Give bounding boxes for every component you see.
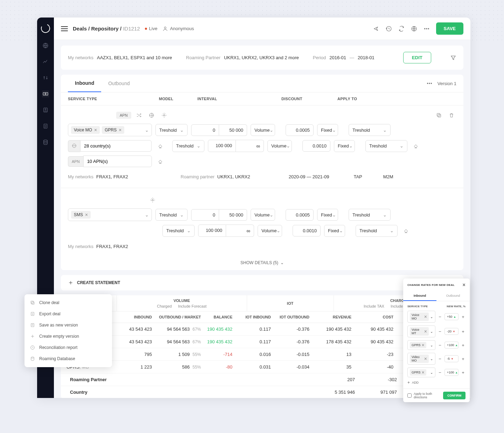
sidebar-globe-icon[interactable] [42, 42, 49, 49]
sidebar-chart-icon[interactable] [42, 58, 49, 65]
discount-input[interactable]: 0.0005 [286, 209, 314, 221]
erase-icon[interactable] [155, 141, 165, 151]
version-label[interactable]: Version 1 [438, 81, 456, 86]
interval-to[interactable]: 50 000 [219, 209, 247, 221]
chip-sms[interactable]: SMS× [71, 211, 91, 219]
context-item[interactable]: Create empty version [24, 331, 112, 342]
rates-tab-outbound[interactable]: Outbound [436, 291, 470, 301]
fixed-select[interactable]: Fixed⌄ [317, 209, 338, 221]
create-statement-button[interactable]: CREATE STATEMENT [68, 280, 120, 286]
context-item[interactable]: Reconciliation report [24, 342, 112, 353]
rates-add-button[interactable]: +ADD [407, 380, 465, 385]
interval-from[interactable]: 0 [191, 124, 219, 136]
globe-icon[interactable] [411, 26, 417, 32]
tab-outbound[interactable]: Outbound [101, 75, 137, 92]
rate-value-input[interactable]: -5▼ [444, 355, 458, 362]
sidebar-database-icon[interactable] [42, 139, 49, 146]
interval-from[interactable]: 100 000 [198, 225, 226, 237]
fixed-select[interactable]: Fixed⌄ [334, 140, 355, 152]
unit-select[interactable]: Volume⌄ [267, 140, 292, 152]
rate-minus-button[interactable]: − [438, 356, 442, 361]
rate-service-select[interactable]: GPRS×⌄ [407, 367, 435, 377]
rate-value-input[interactable]: +100▲ [444, 369, 458, 376]
chevron-down-icon[interactable]: ⌄ [145, 212, 149, 218]
fixed-select[interactable]: Fixed⌄ [324, 225, 345, 237]
interval-from[interactable]: 100 000 [208, 140, 236, 152]
gear-icon[interactable] [148, 195, 158, 205]
erase-icon[interactable] [401, 226, 411, 236]
rate-minus-button[interactable]: − [438, 370, 442, 375]
context-item[interactable]: Save as new version [24, 319, 112, 331]
globe-tool-icon[interactable] [147, 110, 156, 120]
interval-to[interactable]: 50 000 [219, 124, 247, 136]
confirm-button[interactable]: CONFIRM [443, 392, 465, 399]
context-item[interactable]: Clone deal [24, 297, 112, 308]
menu-toggle[interactable] [61, 26, 68, 31]
service-chip-input[interactable]: SMS× ⌄ [68, 208, 152, 221]
rate-plus-button[interactable]: + [461, 329, 465, 334]
rates-tab-inbound[interactable]: Inbound [403, 291, 436, 301]
apply-select[interactable]: Treshold⌄ [349, 124, 391, 136]
model-select[interactable]: Treshold⌄ [172, 140, 204, 152]
unit-select[interactable]: Volume⌄ [258, 225, 282, 237]
edit-button[interactable]: EDIT [403, 52, 431, 63]
chip-voice-mo[interactable]: Voice MO× [71, 126, 100, 134]
apply-select[interactable]: Treshold⌄ [356, 225, 398, 237]
model-select[interactable]: Treshold⌄ [155, 124, 188, 136]
sidebar-money-icon[interactable] [42, 90, 49, 97]
unit-select[interactable]: Volume⌄ [251, 124, 275, 136]
filter-icon[interactable] [450, 55, 456, 61]
sidebar-balance-icon[interactable] [42, 74, 49, 81]
share-icon[interactable] [373, 26, 379, 32]
shuffle-icon[interactable] [134, 110, 144, 120]
chip-remove-icon[interactable]: × [119, 128, 121, 132]
save-button[interactable]: SAVE [436, 22, 463, 35]
model-select[interactable]: Treshold⌄ [162, 225, 195, 237]
rate-plus-button[interactable]: + [461, 314, 465, 319]
erase-icon[interactable] [155, 157, 165, 166]
fixed-select[interactable]: Fixed⌄ [317, 124, 338, 136]
rate-service-select[interactable]: GPRS×⌄ [407, 340, 435, 350]
rate-plus-button[interactable]: + [461, 343, 465, 348]
tab-more-icon[interactable] [426, 80, 433, 87]
rate-value-input[interactable]: +50▲ [444, 313, 458, 320]
apply-select[interactable]: Treshold⌄ [349, 209, 391, 221]
rate-value-input[interactable]: +100▲ [444, 342, 458, 349]
discount-input[interactable]: 0.0010 [293, 225, 321, 236]
close-icon[interactable]: × [463, 282, 465, 288]
more-icon[interactable] [424, 26, 430, 32]
interval-to[interactable]: ∞ [226, 225, 254, 237]
sidebar-doc-icon[interactable] [42, 123, 49, 130]
tab-inbound[interactable]: Inbound [68, 75, 101, 92]
rate-service-select[interactable]: Video MO×⌄ [407, 353, 435, 365]
apply-both-checkbox[interactable]: Apply to both directions [407, 392, 443, 399]
history-icon[interactable] [386, 26, 392, 32]
interval-from[interactable]: 0 [191, 209, 219, 221]
apn-input[interactable] [83, 156, 152, 167]
context-item[interactable]: Roaming Database [24, 353, 112, 364]
erase-icon[interactable] [411, 141, 421, 151]
sidebar-user-icon[interactable] [42, 106, 49, 114]
sync-icon[interactable] [398, 26, 405, 32]
duplicate-icon[interactable] [434, 110, 444, 120]
unit-select[interactable]: Volume⌄ [251, 209, 275, 221]
interval-to[interactable]: ∞ [236, 140, 264, 152]
rate-minus-button[interactable]: − [438, 314, 442, 319]
rate-service-select[interactable]: Voice MT×⌄ [407, 325, 435, 337]
service-chip-input[interactable]: Voice MO× GPRS× ⌄ [68, 124, 152, 136]
gear-icon[interactable] [159, 110, 169, 120]
rate-value-input[interactable]: -20▼ [444, 328, 458, 335]
delete-icon[interactable] [447, 110, 456, 120]
chevron-down-icon[interactable]: ⌄ [145, 128, 149, 133]
country-input[interactable] [80, 140, 152, 152]
chip-remove-icon[interactable]: × [94, 128, 97, 132]
show-details-toggle[interactable]: SHOW DETAILS (5)⌄ [61, 255, 463, 270]
rate-minus-button[interactable]: − [438, 343, 442, 348]
apply-select[interactable]: Treshold⌄ [365, 140, 407, 152]
rate-service-select[interactable]: Voice MO×⌄ [407, 311, 435, 323]
chip-gprs[interactable]: GPRS× [102, 126, 124, 134]
context-item[interactable]: Export deal [24, 308, 112, 319]
discount-input[interactable]: 0.0010 [302, 140, 330, 152]
discount-input[interactable]: 0.0005 [286, 124, 314, 136]
rate-plus-button[interactable]: + [461, 370, 465, 375]
